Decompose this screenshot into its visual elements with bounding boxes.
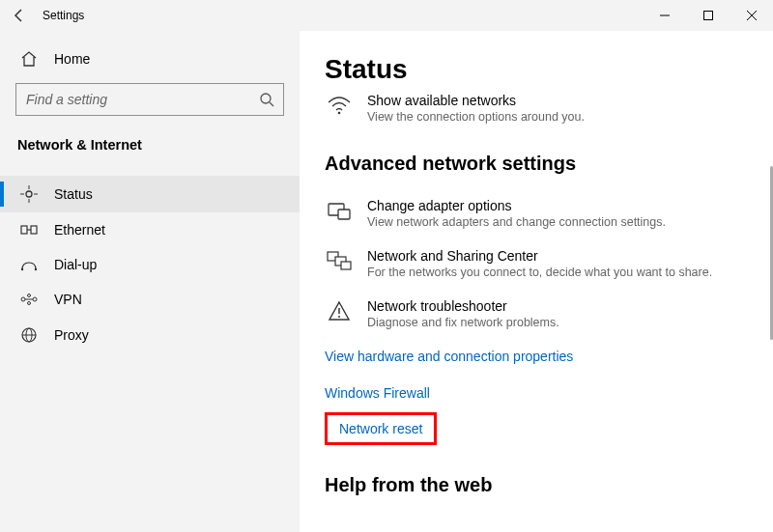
main-content: Status Show available networks View the …	[300, 31, 773, 532]
option-subtitle: For the networks you connect to, decide …	[367, 266, 750, 279]
svg-rect-1	[703, 12, 712, 20]
svg-point-2	[261, 94, 271, 103]
proxy-icon	[19, 326, 39, 344]
search-input[interactable]	[16, 92, 250, 107]
sidebar-item-ethernet[interactable]: Ethernet	[0, 212, 300, 247]
sidebar: Home Network & Internet Status Ethernet	[0, 31, 300, 532]
sidebar-item-status[interactable]: Status	[0, 176, 300, 212]
svg-rect-10	[31, 226, 37, 234]
option-subtitle: View the connection options around you.	[367, 110, 750, 124]
sidebar-item-label: Status	[54, 186, 93, 202]
highlight-network-reset: Network reset	[325, 412, 437, 445]
sidebar-item-proxy[interactable]: Proxy	[0, 317, 300, 353]
vpn-icon	[19, 293, 39, 306]
link-firewall[interactable]: Windows Firewall	[325, 385, 430, 401]
dialup-icon	[19, 258, 39, 271]
option-title: Change adapter options	[367, 198, 750, 213]
option-title: Show available networks	[367, 93, 750, 108]
warning-icon	[325, 298, 354, 322]
option-title: Network and Sharing Center	[367, 248, 750, 264]
minimize-button[interactable]	[643, 0, 686, 31]
window-title: Settings	[43, 9, 643, 22]
svg-point-22	[338, 112, 341, 115]
scrollbar[interactable]	[767, 31, 773, 532]
sidebar-item-label: Ethernet	[54, 222, 105, 238]
option-subtitle: View network adapters and change connect…	[367, 215, 750, 229]
link-view-hardware[interactable]: View hardware and connection properties	[325, 349, 573, 364]
home-nav[interactable]: Home	[0, 41, 300, 77]
option-available-networks[interactable]: Show available networks View the connect…	[325, 87, 750, 137]
link-network-reset[interactable]: Network reset	[339, 421, 422, 436]
titlebar: Settings	[0, 0, 773, 31]
search-icon	[250, 92, 283, 107]
sidebar-item-vpn[interactable]: VPN	[0, 282, 300, 317]
home-icon	[19, 50, 39, 68]
window-controls	[643, 0, 773, 31]
option-adapter[interactable]: Change adapter options View network adap…	[325, 192, 750, 242]
svg-point-17	[28, 302, 31, 305]
adapter-icon	[325, 198, 354, 221]
sidebar-item-dialup[interactable]: Dial-up	[0, 247, 300, 282]
sidebar-item-label: Proxy	[54, 327, 89, 343]
svg-point-12	[21, 268, 23, 270]
maximize-button[interactable]	[686, 0, 730, 31]
page-title: Status	[325, 54, 750, 85]
sidebar-item-label: VPN	[54, 292, 82, 307]
svg-rect-9	[21, 226, 27, 234]
svg-point-4	[26, 191, 32, 197]
svg-rect-27	[341, 262, 351, 269]
svg-point-13	[35, 268, 37, 270]
category-heading: Network & Internet	[0, 131, 300, 176]
svg-rect-24	[338, 210, 350, 219]
svg-point-16	[28, 294, 31, 297]
svg-point-29	[338, 316, 340, 318]
option-title: Network troubleshooter	[367, 298, 750, 314]
search-box[interactable]	[15, 83, 284, 116]
help-heading: Help from the web	[325, 474, 750, 496]
svg-line-3	[270, 102, 273, 106]
sidebar-item-label: Dial-up	[54, 257, 97, 272]
status-icon	[19, 185, 39, 203]
option-subtitle: Diagnose and fix network problems.	[367, 316, 750, 329]
sharing-icon	[325, 248, 354, 271]
svg-point-14	[21, 297, 25, 301]
ethernet-icon	[19, 223, 39, 237]
back-button[interactable]	[0, 0, 39, 31]
home-label: Home	[54, 51, 90, 67]
wifi-icon	[325, 93, 354, 116]
section-heading: Advanced network settings	[325, 153, 750, 175]
option-troubleshooter[interactable]: Network troubleshooter Diagnose and fix …	[325, 293, 750, 343]
close-button[interactable]	[730, 0, 773, 31]
option-sharing-center[interactable]: Network and Sharing Center For the netwo…	[325, 242, 750, 293]
svg-point-15	[33, 297, 37, 301]
